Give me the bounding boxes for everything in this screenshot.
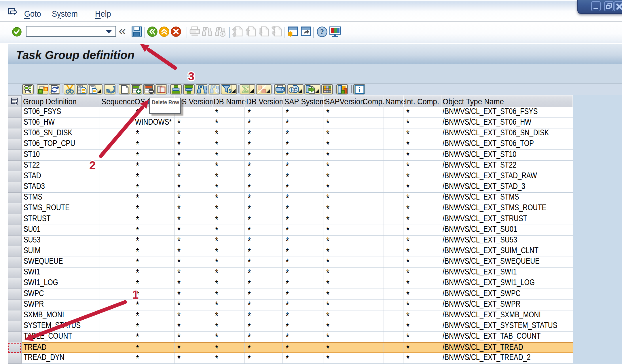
- svg-text:?: ?: [320, 28, 324, 36]
- svg-text:i: i: [358, 86, 360, 94]
